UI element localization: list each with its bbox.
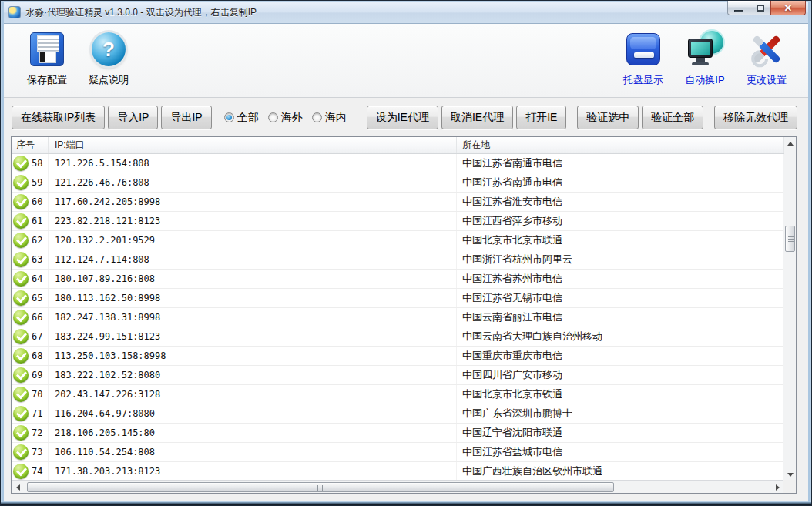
scope-radio-option[interactable]: 全部 — [224, 111, 259, 125]
command-button[interactable]: 移除无效代理 — [714, 106, 797, 129]
table-row[interactable]: 59 121.226.46.76:808 中国江苏省南通市电信 — [12, 173, 784, 193]
table-row[interactable]: 67 183.224.99.151:8123 中国云南省大理白族自治州移动 — [12, 327, 784, 347]
minimize-button[interactable] — [727, 1, 750, 15]
table-row[interactable]: 68 113.250.103.158:8998 中国重庆市重庆市电信 — [12, 347, 784, 366]
radio-label: 海外 — [281, 111, 303, 125]
row-status-cell: 69 — [12, 366, 49, 384]
auto-change-ip-button[interactable]: 自动换IP — [674, 24, 736, 87]
row-location-cell: 中国江苏省盐城市电信 — [457, 443, 784, 461]
help-notes-button[interactable]: ? 疑点说明 — [78, 24, 139, 87]
green-check-icon — [13, 213, 29, 229]
command-button[interactable]: 在线获取IP列表 — [12, 106, 105, 129]
command-button[interactable]: 取消IE代理 — [441, 106, 513, 129]
table-row[interactable]: 70 202.43.147.226:3128 中国北京市北京市铁通 — [12, 385, 784, 404]
column-header-no[interactable]: 序号 — [12, 137, 49, 153]
column-header-ip[interactable]: IP:端口 — [49, 137, 457, 153]
radio-icon[interactable] — [224, 112, 234, 122]
row-ip-cell: 182.247.138.31:8998 — [49, 308, 457, 327]
command-button[interactable]: 导出IP — [161, 106, 211, 129]
scroll-left-button[interactable] — [12, 481, 25, 494]
row-number: 71 — [32, 408, 42, 419]
table-row[interactable]: 62 120.132.2.201:9529 中国北京市北京市联通 — [12, 231, 784, 250]
row-ip-cell: 113.250.103.158:8998 — [49, 347, 457, 365]
row-number: 64 — [32, 273, 42, 284]
scope-radio-option[interactable]: 海内 — [312, 111, 347, 125]
row-status-cell: 60 — [12, 193, 49, 211]
save-config-button[interactable]: 保存配置 — [16, 24, 78, 87]
row-location-cell: 中国江苏省苏州市电信 — [457, 270, 784, 288]
arrow-left-icon — [16, 484, 20, 491]
row-ip-cell: 121.226.5.154:808 — [49, 154, 457, 173]
table-row[interactable]: 64 180.107.89.216:808 中国江苏省苏州市电信 — [12, 270, 784, 289]
tray-display-label: 托盘显示 — [623, 73, 663, 87]
green-check-icon — [13, 444, 29, 460]
command-button[interactable]: 导入IP — [108, 106, 158, 129]
row-location-cell: 中国重庆市重庆市电信 — [457, 347, 784, 365]
row-status-cell: 63 — [12, 250, 49, 269]
green-check-icon — [13, 425, 29, 441]
command-button[interactable]: 验证全部 — [642, 106, 703, 129]
tray-display-button[interactable]: 托盘显示 — [612, 24, 674, 87]
question-mark-icon: ? — [92, 32, 126, 66]
maximize-button[interactable] — [750, 1, 771, 15]
radio-icon[interactable] — [312, 112, 322, 122]
help-notes-label: 疑点说明 — [89, 73, 129, 87]
command-button[interactable]: 设为IE代理 — [367, 106, 438, 129]
row-location-cell: 中国浙江省杭州市阿里云 — [457, 250, 784, 269]
row-status-cell: 65 — [12, 289, 49, 307]
arrow-down-icon — [787, 473, 794, 477]
toolbar-left-group: 保存配置 ? 疑点说明 — [16, 24, 139, 87]
table-row[interactable]: 58 121.226.5.154:808 中国江苏省南通市电信 — [12, 154, 784, 173]
table-row[interactable]: 63 112.124.7.114:808 中国浙江省杭州市阿里云 — [12, 250, 784, 270]
row-location-cell: 中国四川省广安市移动 — [457, 366, 784, 384]
row-number: 72 — [32, 427, 42, 438]
command-button[interactable]: 验证选中 — [577, 106, 639, 129]
row-number: 68 — [32, 350, 42, 361]
vertical-scroll-thumb[interactable] — [785, 226, 795, 252]
table-row[interactable]: 60 117.60.242.205:8998 中国江苏省淮安市电信 — [12, 193, 784, 212]
table-row[interactable]: 73 106.110.54.254:808 中国江苏省盐城市电信 — [12, 443, 784, 462]
green-check-icon — [13, 387, 29, 402]
table-row[interactable]: 71 116.204.64.97:8080 中国广东省深圳市鹏博士 — [12, 404, 784, 424]
horizontal-scrollbar[interactable] — [12, 480, 784, 493]
save-config-label: 保存配置 — [27, 73, 67, 87]
titlebar[interactable]: 水淼·代理验证精灵 v1.3.0.0 - 双击设为代理，右击复制IP — [2, 2, 810, 24]
table-row[interactable]: 65 180.113.162.50:8998 中国江苏省无锡市电信 — [12, 289, 784, 308]
column-header-loc[interactable]: 所在地 — [457, 137, 784, 153]
row-status-cell: 61 — [12, 212, 49, 230]
scope-radio-group: 全部海外海内 — [224, 111, 356, 125]
scope-radio-option[interactable]: 海外 — [268, 111, 303, 125]
row-ip-cell: 106.110.54.254:808 — [49, 443, 457, 461]
table-row[interactable]: 66 182.247.138.31:8998 中国云南省丽江市电信 — [12, 308, 784, 327]
radio-label: 海内 — [325, 111, 347, 125]
green-check-icon — [13, 156, 29, 171]
close-button[interactable]: ✕ — [770, 1, 806, 15]
row-ip-cell: 223.82.218.121:8123 — [49, 212, 457, 230]
row-ip-cell: 120.132.2.201:9529 — [49, 231, 457, 250]
horizontal-scroll-thumb[interactable] — [27, 482, 614, 492]
row-number: 63 — [32, 254, 42, 265]
minimize-icon — [734, 10, 743, 12]
remove-invalid-button-group: 移除无效代理 — [714, 106, 800, 129]
radio-icon[interactable] — [268, 112, 278, 122]
row-location-cell: 中国广东省深圳市鹏博士 — [457, 404, 784, 423]
command-button[interactable]: 打开IE — [516, 106, 566, 129]
ip-list-button-group: 在线获取IP列表导入IP导出IP — [12, 106, 215, 129]
row-location-cell: 中国江苏省淮安市电信 — [457, 193, 784, 211]
row-location-cell: 中国江苏省南通市电信 — [457, 173, 784, 192]
app-window: 水淼·代理验证精灵 v1.3.0.0 - 双击设为代理，右击复制IP ✕ 保存配… — [0, 0, 812, 506]
row-number: 62 — [32, 235, 42, 246]
table-row[interactable]: 72 218.106.205.145:80 中国辽宁省沈阳市联通 — [12, 424, 784, 443]
row-ip-cell: 180.113.162.50:8998 — [49, 289, 457, 307]
green-check-icon — [13, 348, 29, 364]
tray-minimize-icon — [626, 33, 660, 65]
row-ip-cell: 121.226.46.76:808 — [49, 173, 457, 192]
vertical-scrollbar[interactable] — [783, 137, 796, 481]
row-status-cell: 66 — [12, 308, 49, 327]
table-row[interactable]: 61 223.82.218.121:8123 中国江西省萍乡市移动 — [12, 212, 784, 231]
row-status-cell: 58 — [12, 154, 49, 173]
table-row[interactable]: 74 171.38.203.213:8123 中国广西壮族自治区钦州市联通 — [12, 462, 784, 481]
change-settings-button[interactable]: 更改设置 — [736, 24, 797, 87]
scroll-up-button[interactable] — [783, 137, 797, 150]
table-row[interactable]: 69 183.222.102.52:8080 中国四川省广安市移动 — [12, 366, 784, 385]
